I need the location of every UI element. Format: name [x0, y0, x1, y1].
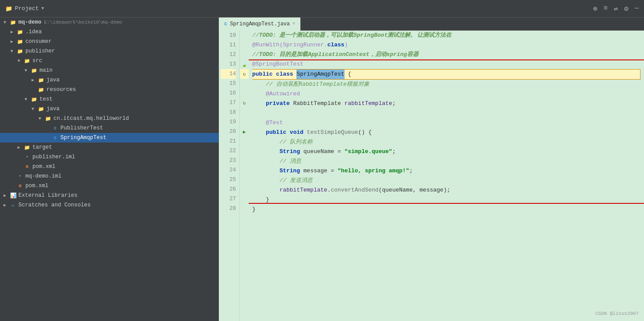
- publisher-label: publisher: [25, 48, 55, 54]
- sync-icon[interactable]: ⇌: [614, 4, 618, 13]
- annotation-13: @SpringBootTest: [252, 59, 303, 69]
- gutter-15: [240, 79, 249, 88]
- args-26: (queueName, message);: [379, 185, 450, 195]
- sidebar-item-publishertest[interactable]: ▶ c PublisherTest: [0, 123, 218, 133]
- list-icon[interactable]: ≡: [604, 4, 608, 13]
- publisher-arrow: ▼: [11, 49, 17, 54]
- sidebar-item-consumer[interactable]: ▶ 📁 consumer: [0, 37, 218, 46]
- todo-10: TODO: 是一个测试启动器，可以加载SpringBoot测试注解, 让测试方法…: [259, 31, 451, 40]
- tab-springamqptest[interactable]: c SpringAmqpTest.java ×: [219, 17, 301, 31]
- code-line-27: }: [252, 195, 640, 205]
- semi-24: ;: [409, 166, 413, 176]
- kw-private-17: private: [252, 99, 293, 108]
- gutter-17-run[interactable]: ↻: [240, 98, 249, 108]
- scratches-label: Scratches and Consoles: [18, 202, 91, 208]
- src-label: src: [32, 58, 42, 64]
- test-label: test: [39, 96, 53, 102]
- root-folder-icon: 📁: [10, 19, 17, 26]
- str-24: "hello, spring amqp!": [338, 166, 409, 176]
- annotation-16: @Autowired: [252, 89, 300, 99]
- sidebar-item-pom-publisher[interactable]: ▶ m pom.xml: [0, 162, 218, 171]
- test-arrow: ▼: [25, 97, 31, 102]
- gutter-13-leaf[interactable]: 🍃: [240, 59, 249, 69]
- settings-icon[interactable]: ⚙: [624, 4, 629, 13]
- gutter-14-run[interactable]: ↻: [240, 69, 249, 79]
- code-line-10: //TODO: 是一个测试启动器，可以加载SpringBoot测试注解, 让测试…: [252, 31, 640, 40]
- src-arrow: ▼: [18, 59, 24, 63]
- scratches-arrow: ▶: [4, 202, 10, 208]
- dropdown-arrow[interactable]: ▼: [42, 6, 44, 11]
- kw-string-22: String: [252, 147, 303, 157]
- main-arrow: ▼: [25, 68, 31, 73]
- tab-java-icon: c: [224, 21, 227, 27]
- add-icon[interactable]: ⊕: [593, 4, 598, 13]
- publishertest-java-icon: c: [52, 125, 59, 132]
- sidebar-item-main[interactable]: ▼ 📁 main: [0, 66, 218, 75]
- minimize-icon[interactable]: —: [634, 4, 639, 13]
- project-title: 📁 Project ▼: [5, 5, 44, 12]
- code-line-16: @Autowired: [252, 89, 640, 99]
- main-label: main: [39, 67, 53, 73]
- gutter-20-run[interactable]: ▶: [240, 127, 249, 136]
- tab-close-button[interactable]: ×: [292, 21, 295, 26]
- ext-libs-icon: 📊: [10, 192, 17, 199]
- sidebar-item-ext-libs[interactable]: ▶ 📊 External Libraries: [0, 191, 218, 200]
- package-arrow: ▼: [39, 116, 45, 121]
- sidebar-item-mqdemo-iml[interactable]: ▶ ▪ mq-demo.iml: [0, 171, 218, 181]
- code-line-13: @SpringBootTest: [252, 59, 640, 69]
- code-line-14: public class SpringAmqpTest {: [252, 69, 640, 80]
- var-22: queueName =: [303, 147, 345, 157]
- sidebar-item-java-test[interactable]: ▼ 📁 java: [0, 104, 218, 114]
- toolbar: 📁 Project ▼ ⊕ ≡ ⇌ ⚙ —: [0, 0, 644, 17]
- paren-20: () {: [358, 128, 372, 137]
- sidebar-item-scratches[interactable]: ▶ ✏ Scratches and Consoles: [0, 200, 218, 210]
- code-line-23: // 消息: [252, 157, 640, 166]
- gutter-18: [240, 108, 249, 117]
- sidebar-item-package[interactable]: ▼ 📁 cn.itcast.mq.helloworld: [0, 114, 218, 123]
- code-content[interactable]: //TODO: 是一个测试启动器，可以加载SpringBoot测试注解, 让测试…: [249, 31, 644, 321]
- publishertest-label: PublisherTest: [60, 125, 103, 131]
- gutter-25: [240, 175, 249, 185]
- idea-label: .idea: [25, 29, 42, 35]
- pom-publisher-icon: m: [24, 163, 31, 170]
- code-area[interactable]: 10 11 12 13 14 15 16 17 18 19 20 21 22 2…: [219, 31, 644, 321]
- sidebar-item-publisher-iml[interactable]: ▶ ▪ publisher.iml: [0, 152, 218, 162]
- resources-label: resources: [46, 87, 76, 93]
- var-17: rabbitTemplate: [345, 99, 392, 108]
- todo-12: TODO: 目的是加载ApplicationContext，启动spring容器: [259, 50, 419, 59]
- ext-libs-label: External Libraries: [18, 192, 77, 199]
- sidebar-item-target[interactable]: ▶ 📁 target: [0, 143, 218, 152]
- pom-publisher-label: pom.xml: [32, 164, 56, 170]
- sidebar-item-idea[interactable]: ▶ 📁 .idea: [0, 27, 218, 37]
- idea-folder-icon: 📁: [17, 28, 24, 35]
- sidebar-item-java-main[interactable]: ▶ 📁 java: [0, 75, 218, 85]
- target-folder-icon: 📁: [24, 144, 31, 151]
- consumer-arrow: ▶: [11, 39, 17, 44]
- root-label: mq-demo: [18, 19, 42, 25]
- method-20: testSimpleQueue: [307, 128, 358, 137]
- var-26: rabbitTemplate: [252, 185, 327, 195]
- sidebar-item-springamqptest[interactable]: ▶ c SpringAmqpTest: [0, 133, 218, 143]
- main-area: ▼ 📁 mq-demo E:\ideawork\beike19\mq-demo …: [0, 17, 644, 321]
- tree-root[interactable]: ▼ 📁 mq-demo E:\ideawork\beike19\mq-demo: [0, 17, 218, 27]
- code-line-18: [252, 108, 640, 118]
- code-line-22: String queueName = "simple.queue" ;: [252, 147, 640, 157]
- consumer-label: consumer: [25, 38, 52, 45]
- annotation-19: @Test: [252, 118, 283, 128]
- mqdemo-iml-label: mq-demo.iml: [25, 173, 62, 179]
- java-test-folder-icon: 📁: [38, 105, 45, 112]
- comment-25: // 发送消息: [252, 176, 313, 185]
- brace-14: {: [345, 70, 352, 79]
- java-main-arrow: ▶: [32, 77, 38, 83]
- sidebar-item-test[interactable]: ▼ 📁 test: [0, 94, 218, 104]
- sidebar-item-pom-root[interactable]: ▶ m pom.xml: [0, 181, 218, 191]
- brace-close-28: }: [252, 205, 256, 214]
- sidebar-item-resources[interactable]: ▶ 📁 resources: [0, 85, 218, 94]
- editor: c SpringAmqpTest.java × 10 11 12 13 14 1…: [219, 17, 644, 321]
- sidebar-item-publisher[interactable]: ▼ 📁 publisher: [0, 46, 218, 56]
- sidebar-item-src[interactable]: ▼ 📁 src: [0, 56, 218, 66]
- consumer-folder-icon: 📁: [17, 38, 24, 45]
- gutter-27: [240, 194, 249, 204]
- gutter-10: [240, 31, 249, 40]
- publisher-iml-icon: ▪: [24, 154, 31, 160]
